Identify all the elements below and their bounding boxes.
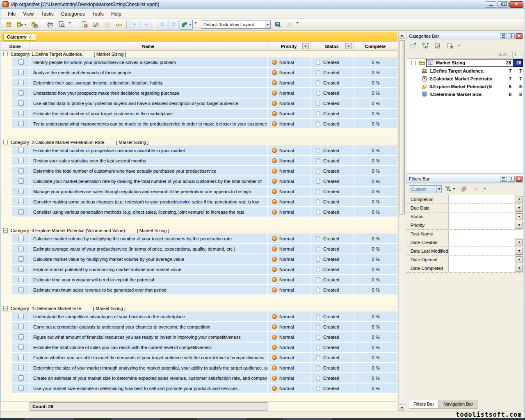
category-group-header[interactable]: Category: 1.Define Target Audience.[ Mar… [1,51,397,57]
add-category-button[interactable] [408,41,418,50]
tab-navigation-bar[interactable]: Navigation Bar [439,400,477,409]
task-row[interactable]: Determine the size of your market throug… [12,363,397,373]
view-task-button[interactable] [113,20,124,30]
task-checkbox[interactable] [18,121,24,126]
task-checkbox[interactable] [18,386,24,391]
move-up-button[interactable] [141,20,151,30]
undone-column-header[interactable]: UnD... [497,52,512,58]
task-row[interactable]: Estimate the total number of prospective… [12,146,397,156]
edit-task-button[interactable] [90,20,101,30]
filter-dropdown-button[interactable] [516,265,523,272]
layout-combo[interactable]: Default Task View Layout [201,21,271,29]
group-by-category-chip[interactable]: Category [3,34,36,41]
task-checkbox[interactable] [18,209,24,215]
scroll-down-button[interactable] [399,404,405,411]
task-checkbox[interactable] [18,334,24,340]
panel-close-button[interactable]: ✕ [516,176,523,182]
open-database-button[interactable] [15,20,28,30]
collapse-icon[interactable] [3,52,8,56]
task-row[interactable]: Estimate the total number of your target… [12,109,397,119]
filter-dropdown-button[interactable] [516,256,523,263]
task-row[interactable]: Explore market potential by summarizing … [12,265,397,275]
chevron-down-icon[interactable] [436,186,441,193]
task-row[interactable]: Manage your product/service sales throug… [12,187,397,197]
filter-value-cell[interactable] [448,238,515,247]
scroll-up-button[interactable] [399,32,405,39]
toolbar-overflow-arrow-icon[interactable] [484,188,486,189]
filter-dropdown-button[interactable] [516,213,523,220]
task-checkbox[interactable] [18,59,24,65]
task-row[interactable]: Use your market size estimate in determi… [12,383,397,394]
toolbar-overflow-arrow-icon[interactable] [296,22,299,24]
print-preview-button[interactable] [56,20,67,30]
status-filter-button[interactable] [345,43,352,49]
task-checkbox[interactable] [18,80,24,85]
panel-pin-button[interactable] [508,33,515,39]
filter-value-cell[interactable] [448,247,515,255]
save-layout-button[interactable] [272,20,283,30]
task-row[interactable]: Identify people for whom your product/se… [12,57,397,68]
total-column-header[interactable]: T... [512,52,523,58]
category-tree-item[interactable]: 4.Determine Market Size.88 [407,90,523,98]
task-row[interactable]: Use all this data to profile your potent… [12,98,397,109]
task-checkbox[interactable] [18,158,24,163]
filter-value-cell[interactable] [448,230,523,238]
task-row[interactable]: Figure out what amount of financial reso… [12,332,397,342]
task-checkbox[interactable] [18,345,24,350]
delete-category-button[interactable] [445,41,455,50]
task-row[interactable]: Determine the total number of customers … [12,166,397,176]
move-bottom-button[interactable] [157,20,167,30]
task-row[interactable]: Create an estimate of your market size t… [12,373,397,383]
edit-category-button[interactable] [432,41,443,50]
toolbar-overflow-arrow-icon[interactable] [68,22,71,24]
filter-value-cell[interactable] [448,221,515,229]
task-checkbox[interactable] [18,256,24,262]
clear-filter-button[interactable] [470,185,481,194]
task-row[interactable]: Estimate maximum sales revenue to be gen… [12,285,397,295]
task-checkbox[interactable] [18,100,24,106]
task-checkbox[interactable] [18,199,24,204]
panel-close-button[interactable]: ✕ [516,33,523,39]
task-checkbox[interactable] [18,111,24,116]
task-row[interactable]: Determine their age, average income, edu… [12,78,397,88]
filter-preset-combo[interactable]: Custom [409,185,442,193]
close-button[interactable]: ✕ [509,1,523,8]
task-checkbox[interactable] [18,189,24,194]
task-row[interactable]: Estimate average value of your product/s… [12,244,397,254]
task-checkbox[interactable] [18,178,24,184]
add-subcategory-button[interactable] [420,41,431,50]
restore-button[interactable] [497,1,509,8]
print-button[interactable] [45,20,55,30]
category-tree-item[interactable]: 3.Explore Market Potential (Volume and V… [407,82,523,90]
erase-filter-button[interactable] [458,185,469,194]
task-checkbox[interactable] [18,148,24,153]
category-group-header[interactable]: Category: 4.Determine Market Size.[ Mark… [1,305,397,312]
column-header-status[interactable]: Status [310,42,354,50]
task-row[interactable]: Understand how your prospects make their… [12,88,397,98]
filter-dropdown-button[interactable] [516,248,523,255]
column-header-priority[interactable]: Priority [267,42,310,50]
scrollbar-thumb[interactable] [399,40,405,215]
task-checkbox[interactable] [18,236,24,241]
column-header-complete[interactable]: Complete [354,42,397,50]
filter-value-cell[interactable] [448,212,515,221]
menu-item-tasks[interactable]: Tasks [37,10,57,18]
task-checkbox[interactable] [18,355,24,360]
panel-pin-button[interactable] [508,176,515,182]
tab-filters-bar[interactable]: Filters Bar [409,400,438,409]
panel-restore-button[interactable] [500,176,507,182]
move-top-button[interactable] [168,20,179,30]
menu-item-categories[interactable]: Categories [57,10,89,18]
chevron-down-icon[interactable] [265,21,270,28]
task-row[interactable]: Calculate market volume by multiplying t… [12,234,397,244]
task-checkbox[interactable] [18,168,24,173]
task-row[interactable]: Calculate your market penetration rate b… [12,176,397,187]
column-header-done[interactable]: Done [1,42,30,50]
task-checkbox[interactable] [18,267,24,272]
task-row[interactable]: Consider using various penetration metho… [12,207,397,217]
task-checkbox[interactable] [18,70,24,75]
new-database-button[interactable] [3,20,14,30]
task-row[interactable]: Estimate the total volume of sales you c… [12,342,397,353]
filter-value-cell[interactable] [448,256,515,264]
task-row[interactable]: Analyze the needs and demands of those p… [12,68,397,78]
